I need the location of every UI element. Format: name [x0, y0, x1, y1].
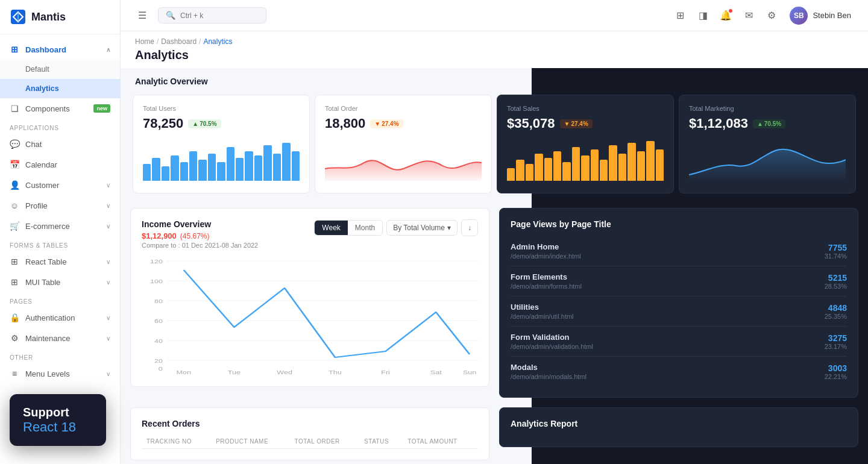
svg-text:60: 60: [154, 318, 163, 324]
sidebar-item-mui-table[interactable]: ⊞ MUI Table ∨: [0, 272, 120, 292]
orders-table: TRACKING NO PRODUCT NAME TOTAL ORDER STA…: [142, 434, 478, 449]
orders-col: Recent Orders TRACKING NO PRODUCT NAME T…: [125, 405, 494, 463]
week-button[interactable]: Week: [315, 221, 347, 235]
income-chart-svg: 120 100 80 60 40 20 0 Mon: [142, 255, 478, 375]
pv-pct: 23.17%: [825, 343, 847, 350]
bar-item: [198, 160, 206, 181]
marketing-area-chart: [689, 139, 846, 181]
react-table-icon: ⊞: [10, 257, 19, 266]
analytic-overview-title: Analytic Overview: [121, 68, 868, 92]
month-button[interactable]: Month: [348, 221, 382, 235]
notification-badge: [728, 8, 733, 13]
bar-item: [553, 151, 561, 181]
orders-area-chart: [325, 139, 482, 181]
menu-levels-icon: ≡: [10, 369, 19, 378]
sidebar-item-authentication[interactable]: 🔒 Authentication ∨: [0, 307, 120, 328]
messages-button[interactable]: ✉: [739, 6, 758, 25]
sidebar-item-react-table[interactable]: ⊞ React Table ∨: [0, 251, 120, 272]
maintenance-chevron: ∨: [106, 335, 110, 342]
income-pct: (45.67%): [180, 232, 210, 240]
stat-sales-title: Total Sales: [507, 105, 664, 112]
income-compare: Compare to : 01 Dec 2021-08 Jan 2022: [142, 242, 258, 249]
brand-name: Mantis: [31, 11, 66, 24]
applications-section-label: Applications: [0, 119, 120, 134]
bar-item: [507, 168, 515, 181]
support-toast[interactable]: Support React 18: [10, 394, 106, 446]
download-button[interactable]: ↓: [461, 219, 478, 236]
week-month-toggle: Week Month: [314, 220, 383, 236]
customer-chevron: ∨: [106, 182, 110, 189]
svg-text:40: 40: [154, 338, 163, 344]
brand-logo[interactable]: Mantis: [0, 0, 120, 34]
bar-item: [544, 158, 552, 181]
pv-count: 7755: [825, 243, 847, 252]
stat-orders-title: Total Order: [325, 105, 482, 112]
stats-cards-grid: Total Users 78,250 ▲ 70.5% Total Order 1: [121, 92, 868, 205]
page-views-card: Page Views by Page Title Admin Home /dem…: [499, 208, 858, 398]
dashboard-icon: ⊞: [10, 45, 19, 54]
sidebar-item-menu-levels[interactable]: ≡ Menu Levels ∨: [0, 363, 120, 384]
stat-marketing-badge: ▲ 70.5%: [753, 119, 785, 128]
search-input[interactable]: [180, 11, 253, 20]
forms-section-label: Forms & Tables: [0, 236, 120, 251]
components-badge: new: [93, 104, 110, 113]
stat-users-value: 78,250: [143, 116, 183, 131]
svg-text:Tue: Tue: [228, 369, 241, 375]
pv-title: Admin Home: [511, 242, 581, 251]
bar-item: [516, 160, 524, 181]
search-box[interactable]: 🔍: [158, 7, 266, 24]
bar-item: [292, 151, 300, 181]
page-views-list: Admin Home /demo/admin/index.html 7755 3…: [511, 236, 847, 386]
search-icon: 🔍: [166, 11, 175, 20]
menu-toggle-button[interactable]: ☰: [133, 6, 152, 25]
col-total-amount: TOTAL AMOUNT: [403, 434, 478, 449]
auth-chevron: ∨: [106, 315, 110, 321]
breadcrumb-dashboard[interactable]: Dashboard: [161, 37, 197, 46]
bar-item: [637, 151, 645, 181]
react-table-chevron: ∨: [106, 259, 110, 265]
bar-item: [162, 166, 169, 181]
analytics-report-title: Analytics Report: [511, 419, 847, 428]
sidebar-item-calendar[interactable]: 📅 Calendar: [0, 154, 120, 175]
sidebar-item-ecommerce[interactable]: 🛒 E-commerce ∨: [0, 216, 120, 236]
main-topbar: ☰ 🔍 ⊞ ◨ 🔔 ✉ ⚙ SB Stebin Ben: [121, 0, 868, 31]
profile-icon-button[interactable]: ◨: [693, 6, 712, 25]
dashboard-chevron: ∧: [106, 46, 110, 53]
bar-item: [152, 158, 160, 181]
sidebar-item-analytics[interactable]: Analytics: [0, 79, 120, 98]
pages-section-label: Pages: [0, 292, 120, 307]
sidebar-item-components[interactable]: ❏ Components new: [0, 98, 120, 119]
components-icon: ❏: [10, 104, 19, 113]
ecommerce-icon: 🛒: [10, 221, 19, 231]
sidebar-item-chat[interactable]: 💬 Chat: [0, 134, 120, 154]
volume-select[interactable]: By Total Volume ▾: [386, 220, 458, 236]
income-chart-area: 120 100 80 60 40 20 0 Mon: [142, 255, 478, 375]
page-views-title: Page Views by Page Title: [511, 219, 847, 229]
pv-title: Form Elements: [511, 272, 582, 281]
sidebar-item-dashboard[interactable]: ⊞ Dashboard ∧: [0, 39, 120, 60]
settings-button[interactable]: ⚙: [762, 6, 781, 25]
pv-count: 5215: [825, 273, 847, 283]
user-menu-button[interactable]: SB Stebin Ben: [785, 4, 856, 27]
pv-url: /demo/admin/util.html: [511, 313, 574, 320]
pv-pct: 25.35%: [825, 313, 847, 320]
stat-users-title: Total Users: [143, 105, 300, 112]
page-view-row: Modals /demo/admin/modals.html 3003 22.2…: [511, 357, 847, 386]
notifications-button[interactable]: 🔔: [716, 6, 735, 25]
stat-sales-value: $35,078: [507, 116, 555, 131]
breadcrumb-home[interactable]: Home: [135, 37, 154, 46]
maintenance-icon: ⚙: [10, 333, 19, 343]
sidebar-item-customer[interactable]: 👤 Customer ∨: [0, 175, 120, 195]
sidebar-item-maintenance[interactable]: ⚙ Maintenance ∨: [0, 328, 120, 348]
apps-icon-button[interactable]: ⊞: [670, 6, 690, 25]
arrow-down-icon2: ▼: [564, 121, 570, 127]
pv-pct: 22.21%: [825, 373, 847, 380]
svg-text:80: 80: [154, 298, 163, 304]
sidebar-item-profile[interactable]: ☺ Profile ∨: [0, 195, 120, 216]
mantis-logo-icon: [10, 8, 27, 25]
sales-chart: [507, 139, 664, 181]
svg-text:Wed: Wed: [277, 369, 292, 375]
sidebar-item-default[interactable]: Default: [0, 60, 120, 79]
auth-icon: 🔒: [10, 313, 19, 322]
stat-card-marketing: Total Marketing $1,12,083 ▲ 70.5%: [679, 95, 856, 193]
